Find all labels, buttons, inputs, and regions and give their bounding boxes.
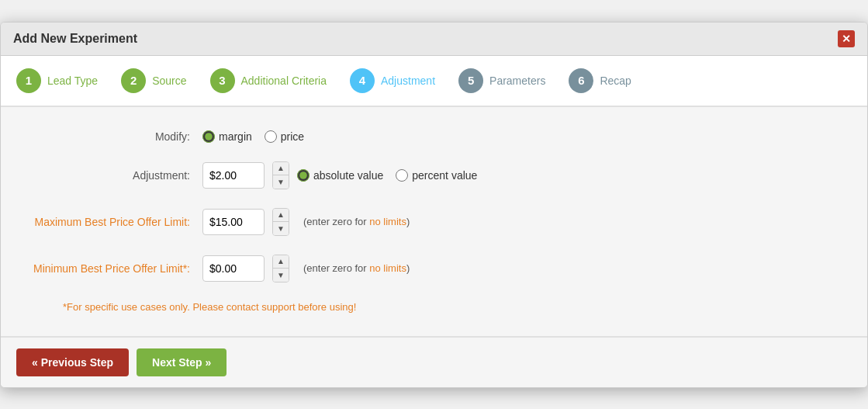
max-limit-spinner-buttons: ▲ ▼ bbox=[272, 208, 289, 236]
percent-value-label: percent value bbox=[412, 169, 477, 182]
adjustment-label: Adjustment: bbox=[32, 169, 202, 182]
step-5[interactable]: 5 Parameters bbox=[458, 68, 545, 93]
step-5-label: Parameters bbox=[489, 75, 545, 87]
min-limit-hint: (enter zero for no limits) bbox=[303, 262, 410, 274]
step-4-label: Adjustment bbox=[381, 75, 435, 87]
modify-price-radio[interactable] bbox=[265, 130, 277, 143]
adjustment-input[interactable] bbox=[202, 162, 265, 189]
max-limit-spinner-group: ▲ ▼ (enter zero for no limits) bbox=[202, 208, 410, 236]
step-6-label: Recap bbox=[600, 75, 631, 87]
step-6[interactable]: 6 Recap bbox=[569, 68, 631, 93]
min-limit-row: Minimum Best Price Offer Limit*: ▲ ▼ (en… bbox=[32, 255, 836, 282]
step-3-circle: 3 bbox=[210, 68, 235, 93]
step-1-label: Lead Type bbox=[47, 75, 98, 87]
step-3[interactable]: 3 Additional Criteria bbox=[210, 68, 327, 93]
percent-value-option[interactable]: percent value bbox=[396, 169, 477, 182]
modify-row: Modify: margin price bbox=[32, 130, 836, 143]
adjustment-spinner-buttons: ▲ ▼ bbox=[272, 161, 289, 189]
main-content: Modify: margin price Adjustment: ▲ ▼ bbox=[1, 107, 867, 336]
close-button[interactable]: ✕ bbox=[838, 30, 855, 47]
step-2[interactable]: 2 Source bbox=[121, 68, 186, 93]
modify-margin-option[interactable]: margin bbox=[202, 130, 252, 143]
step-6-circle: 6 bbox=[569, 68, 593, 93]
step-1[interactable]: 1 Lead Type bbox=[16, 68, 98, 93]
add-experiment-dialog: Add New Experiment ✕ 1 Lead Type 2 Sourc… bbox=[0, 22, 868, 388]
percent-value-radio[interactable] bbox=[396, 169, 408, 182]
max-limit-hint: (enter zero for no limits) bbox=[303, 216, 410, 227]
max-limit-increment-button[interactable]: ▲ bbox=[273, 209, 289, 222]
modify-margin-label: margin bbox=[219, 130, 252, 143]
absolute-value-radio[interactable] bbox=[297, 169, 310, 182]
dialog-header: Add New Experiment ✕ bbox=[1, 23, 867, 56]
min-limit-spinner-group: ▲ ▼ (enter zero for no limits) bbox=[202, 255, 410, 282]
modify-radio-group: margin price bbox=[202, 130, 304, 143]
min-limit-label: Minimum Best Price Offer Limit*: bbox=[32, 262, 202, 275]
max-limit-no-limits: no limits bbox=[369, 216, 406, 227]
min-limit-spinner-buttons: ▲ ▼ bbox=[272, 255, 289, 282]
adjustment-row: Adjustment: ▲ ▼ absolute value percent v… bbox=[32, 161, 836, 189]
step-4-circle: 4 bbox=[350, 68, 375, 93]
step-5-circle: 5 bbox=[458, 68, 483, 93]
step-1-circle: 1 bbox=[16, 68, 41, 93]
step-2-circle: 2 bbox=[121, 68, 146, 93]
min-limit-no-limits: no limits bbox=[369, 262, 406, 274]
adjustment-spinner-group: ▲ ▼ absolute value percent value bbox=[202, 161, 477, 189]
modify-price-option[interactable]: price bbox=[265, 130, 304, 143]
absolute-value-option[interactable]: absolute value bbox=[297, 169, 383, 182]
max-limit-decrement-button[interactable]: ▼ bbox=[273, 222, 289, 235]
steps-nav: 1 Lead Type 2 Source 3 Additional Criter… bbox=[1, 56, 867, 107]
absolute-value-label: absolute value bbox=[313, 169, 383, 182]
prev-step-button[interactable]: « Previous Step bbox=[16, 348, 129, 376]
step-2-label: Source bbox=[152, 75, 186, 87]
dialog-title: Add New Experiment bbox=[13, 32, 137, 46]
adjustment-increment-button[interactable]: ▲ bbox=[273, 162, 289, 175]
modify-price-label: price bbox=[281, 130, 304, 143]
max-limit-label: Maximum Best Price Offer Limit: bbox=[32, 216, 202, 228]
max-limit-row: Maximum Best Price Offer Limit: ▲ ▼ (ent… bbox=[32, 208, 836, 236]
modify-margin-radio[interactable] bbox=[202, 130, 215, 143]
min-limit-increment-button[interactable]: ▲ bbox=[273, 255, 289, 269]
adjustment-decrement-button[interactable]: ▼ bbox=[273, 175, 289, 189]
step-3-label: Additional Criteria bbox=[241, 75, 327, 87]
note-text: *For specific use cases only. Please con… bbox=[63, 301, 836, 313]
step-4[interactable]: 4 Adjustment bbox=[350, 68, 435, 93]
next-step-button[interactable]: Next Step » bbox=[137, 348, 227, 376]
min-limit-decrement-button[interactable]: ▼ bbox=[273, 269, 289, 282]
dialog-footer: « Previous Step Next Step » bbox=[1, 336, 867, 387]
adjustment-type-group: absolute value percent value bbox=[297, 169, 477, 182]
max-limit-input[interactable] bbox=[202, 209, 265, 235]
modify-label: Modify: bbox=[32, 130, 202, 143]
min-limit-input[interactable] bbox=[202, 255, 265, 282]
